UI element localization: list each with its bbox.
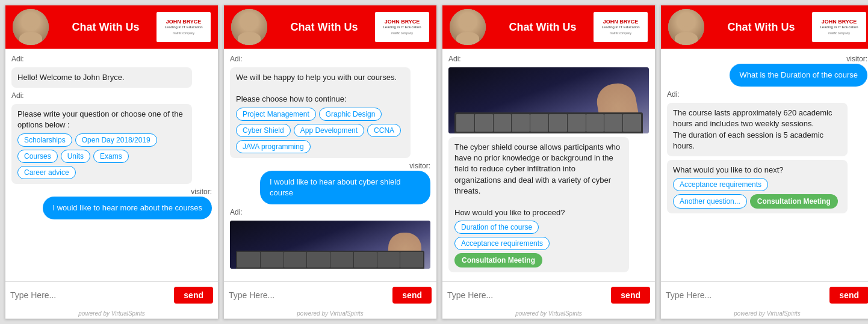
chat-header-4: Chat With Us JOHN BRYCE Leading in IT Ed… (661, 5, 868, 49)
adi-label: Adi: (11, 55, 212, 63)
adi-label: Adi: (230, 208, 430, 216)
avatar-2 (231, 9, 267, 45)
option-java[interactable]: JAVA programming (236, 140, 311, 153)
chat-input-3[interactable] (447, 290, 606, 300)
option-open-day[interactable]: Open Day 2018/2019 (75, 133, 157, 147)
options-row-1: Scholarships Open Day 2018/2019 Courses … (17, 133, 186, 179)
send-button-1[interactable]: send (174, 287, 213, 304)
header-title-3: Chat With Us (492, 21, 594, 34)
option-another-question[interactable]: Another question... (673, 194, 747, 209)
option-consultation-4[interactable]: Consultation Meeting (750, 194, 838, 209)
chat-input-2[interactable] (229, 290, 388, 300)
chat-widget-1: Chat With Us JOHN BRYCE Leading in IT Ed… (5, 5, 219, 319)
option-exams[interactable]: Exams (93, 150, 129, 163)
visitor-row-1: visitor: I would like to hear more about… (11, 188, 212, 219)
powered-by-3: powered by VirtualSpirits (442, 308, 655, 319)
adi-duration-bubble: The course lasts approximately 620 acade… (667, 103, 848, 156)
visitor-row-2: visitor: I would like to hear about cybe… (230, 162, 430, 204)
chat-input-1[interactable] (10, 290, 169, 300)
send-button-2[interactable]: send (392, 287, 432, 304)
adi-label: Adi: (448, 55, 649, 63)
chat-footer-4: send (661, 281, 868, 308)
option-courses[interactable]: Courses (17, 150, 58, 163)
options-row-2: Project Management Graphic Design Cyber … (236, 108, 405, 153)
powered-by-2: powered by VirtualSpirits (224, 308, 436, 319)
send-button-4[interactable]: send (829, 287, 868, 304)
option-units[interactable]: Units (61, 150, 90, 163)
chat-header-3: Chat With Us JOHN BRYCE Leading in IT Ed… (442, 5, 655, 49)
option-ccna[interactable]: CCNA (367, 124, 401, 137)
powered-by-1: powered by VirtualSpirits (5, 308, 218, 319)
visitor-bubble-2: I would like to hear about cyber shield … (260, 171, 430, 204)
chat-image-partial-2 (230, 221, 430, 269)
option-project-management[interactable]: Project Management (236, 108, 316, 121)
visitor-row-4: visitor: What is the Duration of the cou… (667, 55, 867, 87)
jb-logo-4: JOHN BRYCE Leading in IT Education matif… (812, 12, 866, 42)
header-title-4: Chat With Us (710, 21, 812, 34)
option-cyber-shield[interactable]: Cyber Shield (236, 124, 291, 137)
header-title-2: Chat With Us (273, 21, 375, 34)
visitor-label: visitor: (191, 188, 212, 196)
chat-header-1: Chat With Us JOHN BRYCE Leading in IT Ed… (5, 5, 218, 49)
option-consultation-3[interactable]: Consultation Meeting (454, 253, 542, 267)
chat-body-1: Adi: Hello! Welcome to John Bryce. Adi: … (5, 49, 218, 281)
adi-options-bubble: Please write your question or choose one… (11, 104, 192, 183)
visitor-label: visitor: (409, 162, 430, 170)
chat-body-3: Adi: The cyber shield course (442, 49, 655, 281)
chat-body-4: visitor: What is the Duration of the cou… (661, 49, 868, 281)
adi-bubble: Hello! Welcome to John Bryce. (11, 67, 192, 88)
chat-widget-2: Chat With Us JOHN BRYCE Leading in IT Ed… (223, 5, 437, 319)
option-acceptance-4[interactable]: Acceptance requirements (673, 178, 768, 191)
header-title-1: Chat With Us (55, 21, 157, 34)
avatar-4 (668, 9, 704, 45)
option-app-development[interactable]: App Development (294, 124, 364, 137)
jb-logo-1: JOHN BRYCE Leading in IT Education matif… (157, 12, 211, 42)
avatar-3 (450, 9, 486, 45)
adi-label: Adi: (11, 91, 212, 100)
powered-by-4: powered by VirtualSpirits (661, 308, 868, 319)
chat-footer-1: send (5, 281, 218, 308)
visitor-label: visitor: (846, 55, 867, 63)
avatar-1 (13, 9, 49, 45)
adi-cyber-bubble: The cyber shield course allows participa… (448, 137, 629, 272)
option-graphic-design[interactable]: Graphic Design (319, 108, 382, 121)
option-acceptance[interactable]: Acceptance requirements (454, 237, 550, 250)
visitor-bubble-1: I would like to hear more about the cour… (43, 197, 212, 219)
send-button-3[interactable]: send (611, 287, 650, 304)
adi-next-bubble: What would you like to do next? Acceptan… (667, 160, 848, 213)
chat-header-2: Chat With Us JOHN BRYCE Leading in IT Ed… (224, 5, 436, 49)
chat-footer-2: send (224, 281, 436, 308)
option-career-advice[interactable]: Career advice (17, 166, 76, 179)
chat-image-3 (448, 67, 649, 133)
adi-label: Adi: (667, 90, 867, 99)
adi-label: Adi: (230, 55, 430, 63)
chat-body-2: Adi: We will be happy to help you with o… (224, 49, 436, 281)
chat-footer-3: send (442, 281, 655, 308)
jb-logo-2: JOHN BRYCE Leading in IT Education matif… (375, 12, 429, 42)
chat-widget-3: Chat With Us JOHN BRYCE Leading in IT Ed… (442, 5, 656, 319)
options-row-4: Acceptance requirements Another question… (673, 178, 842, 209)
jb-logo-3: JOHN BRYCE Leading in IT Education matif… (594, 12, 648, 42)
options-row-3: Duration of the course Acceptance requir… (454, 221, 623, 267)
option-duration[interactable]: Duration of the course (454, 221, 539, 234)
chat-input-4[interactable] (666, 290, 825, 300)
option-scholarships[interactable]: Scholarships (17, 133, 72, 147)
chat-widget-4: Chat With Us JOHN BRYCE Leading in IT Ed… (660, 5, 868, 319)
adi-course-bubble: We will be happy to help you with our co… (230, 67, 411, 158)
visitor-bubble-4: What is the Duration of the course (730, 64, 867, 87)
